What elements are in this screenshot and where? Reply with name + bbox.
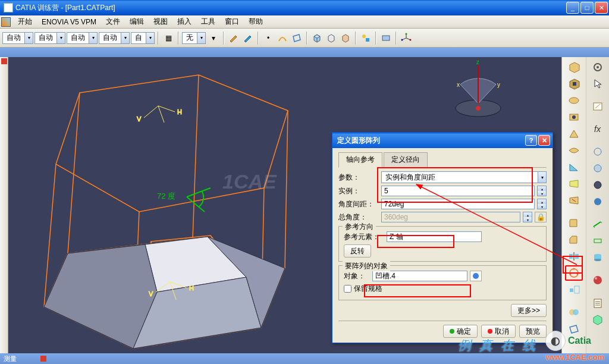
instance-input[interactable] xyxy=(381,186,535,196)
window-title: CATIA 训练营 - [Part1.CATPart] xyxy=(15,3,566,13)
combo-auto-2[interactable]: 自动▾ xyxy=(34,32,65,44)
tool-measure[interactable] xyxy=(589,216,607,232)
menu-start[interactable]: 开始 xyxy=(13,15,37,28)
menu-tools[interactable]: 工具 xyxy=(196,15,220,28)
tool-boolean[interactable] xyxy=(565,305,583,320)
angle-spinner[interactable]: ▴▾ xyxy=(537,199,547,209)
svg-point-4 xyxy=(410,39,412,40)
status-marker[interactable] xyxy=(40,356,46,362)
close-button[interactable]: ✕ xyxy=(595,2,608,14)
tool-pad[interactable] xyxy=(565,59,583,75)
total-angle-lock-icon[interactable]: 🔒 xyxy=(535,212,547,222)
svg-text:x: x xyxy=(457,81,460,88)
tool-wireframe-view[interactable] xyxy=(589,144,607,159)
toolbar-grid-icon[interactable]: ▦ xyxy=(162,32,175,45)
dialog-titlebar[interactable]: 定义圆形阵列 ? ✕ xyxy=(332,133,553,148)
keep-spec-checkbox[interactable] xyxy=(344,285,351,293)
total-angle-label: 总角度： xyxy=(338,212,379,222)
angle-input[interactable] xyxy=(381,199,535,209)
object-label: 对象： xyxy=(344,271,370,281)
svg-point-36 xyxy=(594,198,601,205)
combo-none[interactable]: 无▾ xyxy=(182,32,206,44)
svg-rect-15 xyxy=(573,82,576,86)
brush-icon[interactable] xyxy=(227,32,240,45)
tool-hlr-view[interactable] xyxy=(589,161,607,176)
more-button[interactable]: 更多>> xyxy=(511,304,547,317)
menu-file[interactable]: 文件 xyxy=(101,15,125,28)
svg-point-30 xyxy=(597,66,599,68)
tool-sketch[interactable] xyxy=(589,99,607,114)
assembly-icon[interactable] xyxy=(359,32,372,45)
tool-select[interactable] xyxy=(589,76,607,92)
menu-enovia[interactable]: ENOVIA V5 VPM xyxy=(37,17,101,27)
toolbar-dropdown-icon[interactable]: ▾ xyxy=(207,32,220,45)
combo-auto-5[interactable]: 自▾ xyxy=(131,32,155,44)
tool-shaded-view[interactable] xyxy=(589,177,607,193)
tool-stiffener[interactable] xyxy=(565,159,583,175)
tool-apply-material[interactable] xyxy=(589,272,607,288)
curve-icon[interactable] xyxy=(276,32,289,45)
tool-multisection[interactable] xyxy=(565,176,583,192)
preview-button[interactable]: 预览 xyxy=(519,325,547,338)
plane-icon[interactable] xyxy=(290,32,303,45)
combo-auto-4[interactable]: 自动▾ xyxy=(99,32,130,44)
tool-circular-pattern[interactable] xyxy=(565,265,583,281)
box2-icon[interactable] xyxy=(325,32,338,45)
menu-edit[interactable]: 编辑 xyxy=(125,15,149,28)
tool-rib[interactable] xyxy=(565,126,583,142)
status-measure: 测量 xyxy=(4,354,17,363)
dialog-close-button[interactable]: ✕ xyxy=(538,135,550,146)
ref-elem-input[interactable] xyxy=(387,231,482,242)
menu-window[interactable]: 窗口 xyxy=(220,15,244,28)
tool-chamfer[interactable] xyxy=(565,232,583,247)
axis-sys-icon[interactable] xyxy=(400,32,413,45)
tool-material-view[interactable] xyxy=(589,194,607,209)
box1-icon[interactable] xyxy=(310,32,324,45)
dialog-help-button[interactable]: ? xyxy=(525,135,537,146)
tab-axial-ref[interactable]: 轴向参考 xyxy=(338,152,382,168)
tool-removed-multi[interactable] xyxy=(565,193,583,208)
svg-point-3 xyxy=(406,33,407,34)
ok-button[interactable]: 确定 xyxy=(443,325,478,338)
param-label: 参数： xyxy=(338,172,379,183)
tool-scale[interactable] xyxy=(565,282,583,297)
combo-auto-1[interactable]: 自动▾ xyxy=(2,32,33,44)
menu-view[interactable]: 视图 xyxy=(149,15,172,28)
reverse-button[interactable]: 反转 xyxy=(344,244,371,258)
svg-point-33 xyxy=(594,148,601,155)
tool-gear[interactable] xyxy=(589,59,607,75)
instance-spinner[interactable]: ▴▾ xyxy=(537,186,547,196)
param-combo[interactable]: 实例和角度间距▾ xyxy=(381,171,547,183)
angle-label: 72 度 xyxy=(157,192,175,200)
svg-point-5 xyxy=(401,39,403,40)
svg-point-44 xyxy=(473,273,479,279)
combo-auto-3[interactable]: 自动▾ xyxy=(67,32,98,44)
tool-formula[interactable]: fx xyxy=(589,121,607,137)
tool-hole[interactable] xyxy=(565,109,583,125)
dot-icon[interactable]: • xyxy=(262,32,275,45)
compass[interactable]: z x y xyxy=(442,61,514,120)
object-picker-icon[interactable] xyxy=(470,271,482,281)
tool-mirror[interactable] xyxy=(565,249,583,264)
menu-insert[interactable]: 插入 xyxy=(172,15,196,28)
rail-marker[interactable] xyxy=(1,58,7,64)
maximize-button[interactable]: □ xyxy=(580,2,594,14)
cancel-button[interactable]: 取消 xyxy=(481,325,516,338)
tab-radial-def[interactable]: 定义径向 xyxy=(384,152,428,168)
tool-slot[interactable] xyxy=(565,143,583,158)
menu-help[interactable]: 帮助 xyxy=(244,15,268,28)
part-icon[interactable] xyxy=(379,32,393,45)
minimize-button[interactable]: _ xyxy=(566,2,579,14)
paint-icon[interactable] xyxy=(241,32,255,45)
object-input[interactable] xyxy=(372,271,467,281)
tool-measure2[interactable] xyxy=(589,233,607,249)
tool-shaft[interactable] xyxy=(565,93,583,108)
app-icon xyxy=(4,3,13,12)
tool-fillet[interactable] xyxy=(565,215,583,231)
tool-cylinder[interactable] xyxy=(589,250,607,265)
box3-icon[interactable] xyxy=(339,32,352,45)
tool-box-green[interactable] xyxy=(589,312,607,327)
tool-pocket[interactable] xyxy=(565,76,583,92)
tool-catalog[interactable] xyxy=(589,295,607,310)
svg-rect-25 xyxy=(570,288,573,292)
